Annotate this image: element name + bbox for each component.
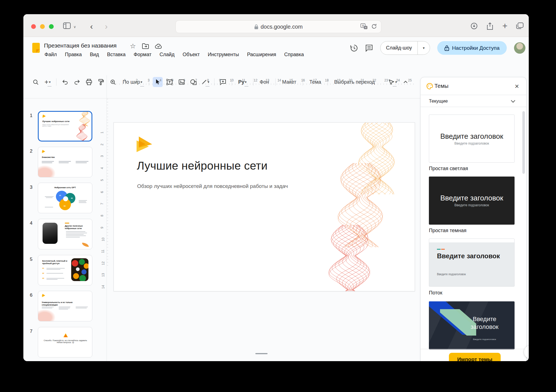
menu-view[interactable]: Вид [90,52,99,58]
sidebar-chevron-icon[interactable]: ∨ [73,25,76,29]
slideshow-dropdown[interactable]: ▾ [417,41,430,54]
menu-edit[interactable]: Правка [65,52,82,58]
menu-format[interactable]: Формат [134,52,152,58]
leaf-decoration [82,243,89,247]
undo-icon[interactable] [60,77,70,87]
version-history-icon[interactable] [350,44,358,52]
slide-thumbnail-5[interactable]: Бесплатный, платный и пробный доступ 01 … [38,255,92,286]
forward-button[interactable]: › [105,23,108,30]
browser-toolbar: ∨ ‹ › docs.google.com A✦ + [23,14,529,37]
share-icon[interactable] [487,23,493,30]
palette-icon [426,83,433,90]
new-slide-button[interactable]: +▾ [43,77,53,87]
themes-panel: Темы × Текущие Введите заголовок Введите… [420,77,527,361]
redo-icon[interactable] [72,77,82,87]
translate-icon[interactable]: A✦ [360,23,368,29]
decorative-waves [74,112,91,141]
back-button[interactable]: ‹ [90,23,93,30]
lock-icon [254,24,258,29]
browser-window: ∨ ‹ › docs.google.com A✦ + [23,14,529,361]
chevron-down-icon [511,98,515,103]
cloud-saved-icon[interactable] [155,43,162,49]
slide-canvas[interactable]: Лучшие нейронные сети Обзор лучших нейро… [113,122,415,291]
menu-bar: Файл Правка Вид Вставка Формат Слайд Объ… [45,52,304,58]
traffic-lights [31,24,54,29]
url-text: docs.google.com [261,24,303,30]
tabs-overview-icon[interactable] [516,23,523,29]
paint-format-icon[interactable] [96,77,106,87]
import-theme-button[interactable]: Импорт темы [449,353,501,361]
slideshow-button-group: Слайд-шоу ▾ [380,41,430,55]
minimize-window-button[interactable] [40,24,45,29]
panel-title: Темы [434,83,448,89]
slide-thumbnail-1[interactable]: Лучшие нейронные сети Обзор лучших нейро… [38,111,92,142]
theme-card-flow[interactable]: Введите заголовок Введите подзаголовок [429,239,515,287]
slide-title-text[interactable]: Лучшие нейронные сети [137,159,268,172]
slide-subtitle-text[interactable]: Обзор лучших нейросетей для повседневной… [137,183,288,189]
mini-logo-icon [42,150,46,153]
slide-thumbnail-2[interactable]: Знакомство [38,147,92,177]
close-panel-icon[interactable]: × [515,83,519,89]
close-window-button[interactable] [31,24,36,29]
themes-section-row[interactable]: Текущие [421,95,526,107]
share-button[interactable]: Настройки Доступа [437,41,507,55]
theme-card-simple-light[interactable]: Введите заголовок Введите подзаголовок [429,115,515,163]
lock-icon [444,45,449,51]
slides-app: Презентация без названия ☆ Файл Правка В… [23,37,529,361]
address-bar[interactable]: docs.google.com A✦ [176,20,381,33]
downloads-icon[interactable] [471,23,478,29]
slide-number: 3 [28,185,34,190]
screenshot-stage: ∨ ‹ › docs.google.com A✦ + [0,0,556,392]
slide-number: 2 [28,148,34,154]
sidebar-icon[interactable] [63,23,71,29]
svg-text:✦: ✦ [365,26,367,29]
slide-thumbnail-7[interactable]: Спасибо. Пожалуйста, не стесняйтесь зада… [38,327,92,358]
gears-photo [71,258,88,281]
menu-insert[interactable]: Вставка [107,52,126,58]
slide-thumbnail-6[interactable]: Универсальность и не только специализаци… [38,291,92,321]
svg-text:A: A [362,24,364,27]
vertical-ruler: 1234567891011121314 [101,96,106,268]
theme-label: Простая светлая [429,166,468,172]
document-title[interactable]: Презентация без названия [44,42,117,49]
menu-slide[interactable]: Слайд [160,52,175,58]
canvas-scrollbar[interactable] [255,353,268,354]
theme-label: Простая темная [429,228,466,234]
comments-icon[interactable] [365,44,373,52]
slide-thumbnail-3[interactable]: Нейронная сеть GPT 01 02 03 [38,183,92,213]
menu-object[interactable]: Объект [183,52,200,58]
menu-extensions[interactable]: Расширения [247,52,276,58]
mini-logo-icon [63,333,68,337]
bull-photo [43,223,58,244]
new-tab-icon[interactable]: + [502,21,508,31]
decorative-waves [325,122,402,291]
star-icon[interactable]: ☆ [130,42,136,50]
slide-number: 4 [28,220,34,226]
reload-icon[interactable] [371,23,377,29]
menu-file[interactable]: Файл [45,52,57,58]
pink-wave-decoration [38,165,55,177]
slides-file-icon[interactable] [32,43,40,53]
mini-logo-icon [42,115,46,118]
panel-scrollbar[interactable] [522,111,525,174]
zoom-window-button[interactable] [49,24,54,29]
slide-number: 5 [28,257,34,262]
theme-card-simple-dark[interactable]: Введите заголовок Введите подзаголовок [429,177,515,225]
slide-number: 6 [28,292,34,298]
print-icon[interactable] [84,77,94,87]
menu-tools[interactable]: Инструменты [208,52,239,58]
account-avatar[interactable] [514,42,525,54]
theme-label: Поток [429,290,442,296]
move-folder-icon[interactable] [142,43,149,49]
slide-thumbnail-4[interactable]: Другие полезные нейронные сети [38,219,92,249]
slideshow-button[interactable]: Слайд-шоу [380,45,417,51]
pink-wave-decoration [38,309,55,321]
search-menus-icon[interactable] [31,77,41,87]
horizontal-ruler: 1234567891011121314151617181920212223242… [113,78,415,83]
slide-number: 1 [28,113,34,118]
slide-number: 7 [28,329,34,334]
theme-card-dark-diagonal[interactable]: Введите заголовок Введите подзаголовок [429,301,515,349]
menu-help[interactable]: Справка [284,52,304,58]
mini-logo-icon [42,294,46,297]
presentation-logo [136,137,153,152]
